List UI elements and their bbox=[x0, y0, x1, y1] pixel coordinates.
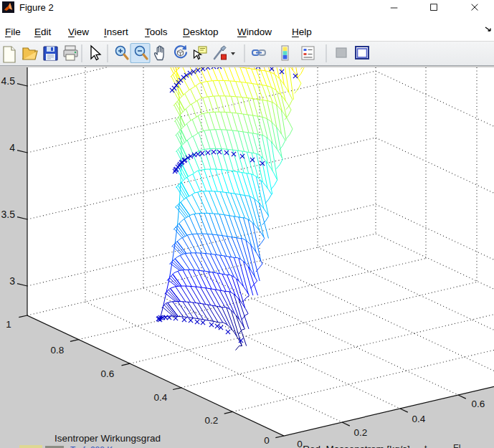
svg-text:0.4: 0.4 bbox=[412, 414, 426, 424]
svg-text:4: 4 bbox=[9, 142, 15, 153]
svg-text:t: t bbox=[424, 444, 427, 448]
svg-text:0.6: 0.6 bbox=[472, 399, 485, 409]
svg-text:3: 3 bbox=[9, 275, 15, 287]
svg-text:3.5: 3.5 bbox=[1, 209, 16, 220]
svg-text:0: 0 bbox=[297, 439, 303, 448]
svg-text:4.5: 4.5 bbox=[1, 75, 16, 87]
svg-text:0.6: 0.6 bbox=[101, 368, 115, 379]
svg-text:Fl: Fl bbox=[453, 443, 460, 448]
svg-text:1: 1 bbox=[6, 319, 11, 330]
svg-text:Isentroper Wirkungsgrad: Isentroper Wirkungsgrad bbox=[54, 433, 161, 444]
svg-text:Red. Massenstrom [kg/s]: Red. Massenstrom [kg/s] bbox=[303, 444, 409, 448]
svg-text:0.8: 0.8 bbox=[51, 345, 65, 356]
svg-text:0.2: 0.2 bbox=[354, 427, 368, 438]
svg-text:0.2: 0.2 bbox=[205, 415, 219, 426]
svg-text:0.4: 0.4 bbox=[154, 392, 168, 403]
svg-text:0: 0 bbox=[264, 435, 270, 446]
svg-text:Tref=288 K: Tref=288 K bbox=[70, 445, 113, 448]
